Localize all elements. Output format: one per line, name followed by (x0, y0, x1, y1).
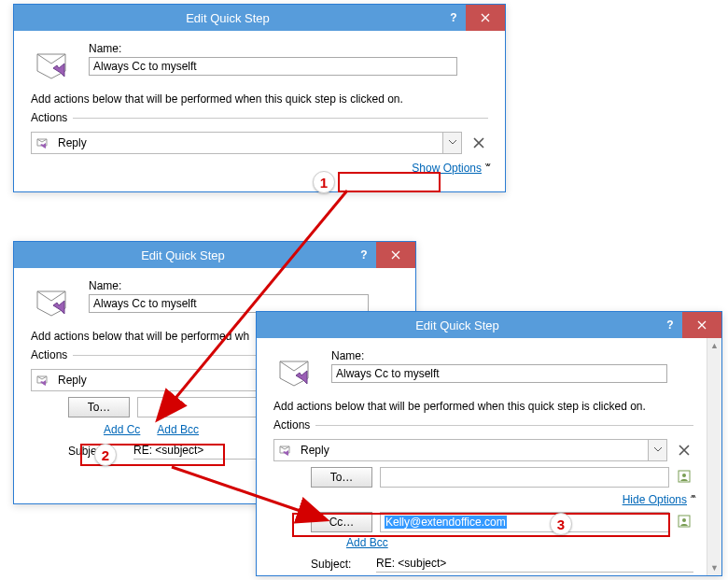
subject-label: Subject: (311, 558, 363, 571)
window-title: Edit Quick Step (14, 248, 352, 262)
reply-icon (32, 374, 54, 387)
reply-icon (32, 136, 54, 149)
cc-field[interactable]: Kelly@extendoffice.com (380, 512, 669, 532)
name-label: Name: (89, 42, 488, 55)
instruction-text: Add actions below that will be performed… (273, 400, 693, 413)
dialog-3: Edit Quick Step ? ▲ ▼ Name: Add actions … (256, 311, 722, 576)
address-book-icon[interactable] (677, 469, 693, 486)
delete-action-icon[interactable] (469, 134, 488, 152)
scroll-down-icon[interactable]: ▼ (707, 560, 721, 575)
name-label: Name: (331, 349, 693, 362)
close-icon[interactable] (682, 312, 721, 338)
annotation-number-1: 1 (313, 171, 335, 193)
cc-button[interactable]: Cc… (311, 512, 372, 532)
chevron-up-icon: ˄˄ (690, 494, 693, 505)
dialog-1: Edit Quick Step ? Name: Add actions belo… (13, 4, 506, 192)
help-icon[interactable]: ? (352, 242, 376, 268)
hide-options-link[interactable]: Hide Options (623, 493, 687, 506)
to-button[interactable]: To… (68, 397, 130, 417)
add-bcc-link[interactable]: Add Bcc (157, 423, 199, 436)
close-icon[interactable] (376, 242, 415, 268)
annotation-number-2: 2 (94, 444, 117, 466)
action-text: Reply (297, 444, 648, 457)
cc-value: Kelly@extendoffice.com (385, 516, 507, 529)
titlebar[interactable]: Edit Quick Step ? (14, 5, 505, 31)
help-icon[interactable]: ? (658, 312, 682, 338)
instruction-text: Add actions below that will be performed… (31, 92, 488, 106)
actions-label: Actions (273, 418, 310, 431)
add-cc-link[interactable]: Add Cc (104, 423, 140, 436)
svg-point-3 (682, 518, 686, 522)
help-icon[interactable]: ? (441, 5, 466, 31)
reply-icon (274, 444, 297, 457)
divider (73, 118, 488, 119)
window-title: Edit Quick Step (14, 11, 441, 25)
address-book-icon[interactable] (677, 514, 693, 530)
action-text: Reply (54, 136, 442, 149)
add-bcc-link[interactable]: Add Bcc (346, 536, 388, 549)
action-dropdown[interactable]: Reply (31, 132, 462, 154)
titlebar[interactable]: Edit Quick Step ? (257, 312, 721, 338)
window-title: Edit Quick Step (257, 318, 658, 332)
envelope-reply-icon (31, 42, 76, 83)
divider (315, 425, 693, 426)
envelope-reply-icon (31, 279, 76, 320)
scrollbar[interactable]: ▲ ▼ (707, 338, 721, 575)
to-button[interactable]: To… (311, 467, 372, 488)
name-input[interactable] (89, 294, 369, 313)
scroll-up-icon[interactable]: ▲ (707, 338, 721, 353)
actions-label: Actions (31, 348, 67, 361)
titlebar[interactable]: Edit Quick Step ? (14, 242, 415, 268)
show-options-link[interactable]: Show Options (412, 162, 482, 175)
action-dropdown[interactable]: Reply (273, 439, 667, 461)
delete-action-icon[interactable] (675, 441, 693, 460)
svg-point-1 (682, 474, 686, 477)
chevron-down-icon: ˅˅ (484, 163, 488, 174)
name-label: Name: (89, 279, 399, 292)
chevron-down-icon[interactable] (648, 440, 666, 460)
close-icon[interactable] (466, 5, 505, 31)
chevron-down-icon[interactable] (442, 133, 461, 153)
envelope-reply-icon (273, 349, 318, 390)
name-input[interactable] (331, 364, 667, 383)
name-input[interactable] (89, 57, 457, 76)
subject-field[interactable]: RE: <subject> (376, 555, 693, 573)
to-field[interactable] (380, 467, 669, 488)
annotation-number-3: 3 (550, 513, 572, 535)
actions-label: Actions (31, 111, 67, 124)
